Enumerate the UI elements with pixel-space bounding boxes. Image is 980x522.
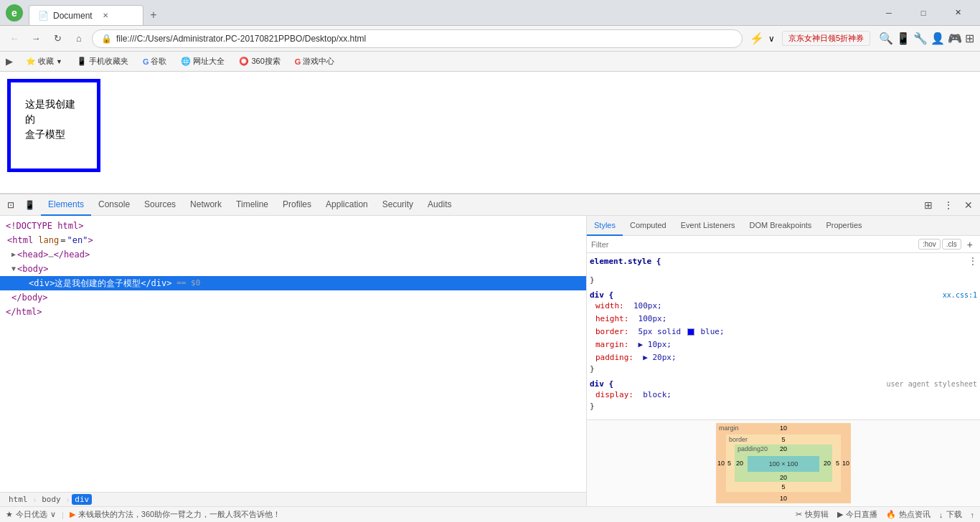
tree-line[interactable]: </html> xyxy=(0,305,586,319)
user-agent-properties: display: block; xyxy=(595,389,977,402)
tree-line[interactable]: <!DOCTYPE html> xyxy=(0,219,586,233)
status-item-jianyi[interactable]: ✂ 快剪辑 xyxy=(796,509,829,520)
grid-icon[interactable]: ⊞ xyxy=(965,32,974,45)
padding-label: padding20 xyxy=(738,445,768,452)
breadcrumb-div[interactable]: div xyxy=(72,494,92,505)
tools-icon[interactable]: 🔧 xyxy=(913,32,928,45)
address-input[interactable]: 🔒 file:///C:/Users/Administrator.PC-2017… xyxy=(92,29,743,48)
url-text: file:///C:/Users/Administrator.PC-201708… xyxy=(116,34,733,44)
bookmark-item-games[interactable]: G 游戏中心 xyxy=(291,54,339,68)
tab-profiles[interactable]: Profiles xyxy=(275,194,319,216)
styles-tab-styles[interactable]: Styles xyxy=(587,216,623,236)
window-controls: ─ □ ✕ xyxy=(872,3,974,23)
tab-elements[interactable]: Elements xyxy=(41,194,91,216)
games-icon: G xyxy=(295,57,301,66)
phone-icon[interactable]: 📱 xyxy=(896,32,910,45)
user-icon[interactable]: 👤 xyxy=(930,32,945,45)
demo-box: 这是我创建的盒子模型 xyxy=(7,79,100,172)
bookmark-item-favorites[interactable]: ⭐ 收藏 ▼ xyxy=(22,54,67,68)
style-property-width: width: 100px; xyxy=(595,300,977,313)
styles-tab-dom-breakpoints[interactable]: DOM Breakpoints xyxy=(743,216,819,236)
tab-security[interactable]: Security xyxy=(375,194,420,216)
tab-audits[interactable]: Audits xyxy=(420,194,458,216)
styles-tab-computed[interactable]: Computed xyxy=(623,216,674,236)
tree-line[interactable]: <html lang = "en" > xyxy=(0,233,586,247)
tree-line-selected[interactable]: <div> 这是我创建的盒子模型 </div> == $0 xyxy=(0,276,586,290)
status-item-upload[interactable]: ↑ xyxy=(971,511,975,519)
tab-sources[interactable]: Sources xyxy=(137,194,183,216)
color-swatch-blue[interactable] xyxy=(687,328,694,336)
mobile-icon: 📱 xyxy=(77,57,87,66)
dropdown-icon[interactable]: ∨ xyxy=(768,34,775,44)
margin-bottom-val: 10 xyxy=(780,495,787,502)
devtools-undock-button[interactable]: ⊞ xyxy=(920,196,937,214)
bookmark-item-360search[interactable]: ⭕ 360搜索 xyxy=(235,54,284,68)
devtools-close-button[interactable]: ✕ xyxy=(960,196,977,214)
padding-bottom-val: 20 xyxy=(780,474,787,481)
bookmark-item-google[interactable]: G 谷歌 xyxy=(138,54,171,68)
style-property-height: height: 100px; xyxy=(595,313,977,326)
status-item-live[interactable]: ▶ 今日直播 xyxy=(837,509,877,520)
status-bar: ★ 今日优选 ∨ | ▶ 来钱最快的方法，360助你一臂之力，一般人我不告诉他！… xyxy=(0,506,980,522)
box-model-section: margin 10 10 10 10 border 5 5 xyxy=(587,419,980,506)
padding-right-val: 20 xyxy=(824,460,831,467)
tab-title: Document xyxy=(53,11,93,21)
tab-timeline[interactable]: Timeline xyxy=(229,194,275,216)
border-bottom-val: 5 xyxy=(781,483,785,490)
content-size: 100 × 100 xyxy=(769,460,798,468)
breadcrumb-bar: html › body › div xyxy=(0,492,586,506)
padding-top-val: 20 xyxy=(780,445,787,452)
play-icon: ▶ xyxy=(70,510,75,519)
border-label: border xyxy=(729,436,748,443)
add-property-button[interactable]: ⋮ xyxy=(969,256,977,266)
tree-line[interactable]: ▼ <body> xyxy=(0,262,586,276)
back-button[interactable]: ← xyxy=(6,30,23,47)
element-style-content xyxy=(595,266,977,275)
status-item-youxuan[interactable]: ★ 今日优选 ∨ xyxy=(6,509,56,520)
active-tab[interactable]: 📄 Document ✕ xyxy=(29,5,143,25)
minimize-button[interactable]: ─ xyxy=(872,3,905,23)
bookmark-item-mobile[interactable]: 📱 手机收藏夹 xyxy=(72,54,133,68)
device-mode-button[interactable]: 📱 xyxy=(20,196,39,214)
breadcrumb-body[interactable]: body xyxy=(39,494,64,505)
hover-pseudo-btn[interactable]: :hov xyxy=(918,239,941,250)
nav-icon: 🌐 xyxy=(181,57,191,66)
refresh-button[interactable]: ↻ xyxy=(49,30,66,47)
div-selector: div { xyxy=(590,290,613,300)
close-window-button[interactable]: ✕ xyxy=(941,3,974,23)
home-button[interactable]: ⌂ xyxy=(70,30,88,47)
add-style-rule-button[interactable]: + xyxy=(964,239,976,250)
devtools-more-button[interactable]: ⋮ xyxy=(940,196,957,214)
status-item-download[interactable]: ↓ 下载 xyxy=(939,509,962,520)
styles-tab-properties[interactable]: Properties xyxy=(819,216,869,236)
game-icon[interactable]: 🎮 xyxy=(948,32,962,45)
forward-button[interactable]: → xyxy=(27,30,44,47)
tab-application[interactable]: Application xyxy=(319,194,375,216)
tab-network[interactable]: Network xyxy=(183,194,229,216)
padding-left-val: 20 xyxy=(736,460,743,467)
cls-pseudo-btn[interactable]: .cls xyxy=(942,239,961,250)
content-area: 这是我创建的盒子模型 ⊡ 📱 Elements Console Sources … xyxy=(0,72,980,506)
styles-tab-event-listeners[interactable]: Event Listeners xyxy=(674,216,743,236)
styles-panel: Styles Computed Event Listeners DOM Brea… xyxy=(587,216,980,506)
rule-source-link[interactable]: xx.css:1 xyxy=(943,291,977,299)
margin-left-val: 10 xyxy=(717,460,725,467)
div-rule-properties: width: 100px; height: 100px; border: 5p xyxy=(595,300,977,364)
tab-console[interactable]: Console xyxy=(91,194,137,216)
elements-panel: <!DOCTYPE html> <html lang = "en" > ▶ xyxy=(0,216,587,506)
tab-close-button[interactable]: ✕ xyxy=(100,10,111,22)
status-item-hot[interactable]: 🔥 热点资讯 xyxy=(886,509,930,520)
pseudo-buttons: :hov .cls xyxy=(918,239,961,250)
fire-icon: 🔥 xyxy=(886,510,896,519)
tree-line[interactable]: ▶ <head> … </head> xyxy=(0,247,586,262)
bookmark-item-nav[interactable]: 🌐 网址大全 xyxy=(176,54,229,68)
maximize-button[interactable]: □ xyxy=(907,3,940,23)
breadcrumb-html[interactable]: html xyxy=(6,494,31,505)
new-tab-button[interactable]: + xyxy=(143,5,164,25)
styles-filter-input[interactable] xyxy=(591,238,915,251)
tree-line[interactable]: </body> xyxy=(0,290,586,305)
inspect-element-button[interactable]: ⊡ xyxy=(3,196,19,214)
show-bookmarks-btn[interactable]: ▶ xyxy=(6,56,13,67)
search-icon[interactable]: 🔍 xyxy=(879,32,893,45)
devtools-toolbar: ⊡ 📱 Elements Console Sources Network Tim… xyxy=(0,194,980,216)
